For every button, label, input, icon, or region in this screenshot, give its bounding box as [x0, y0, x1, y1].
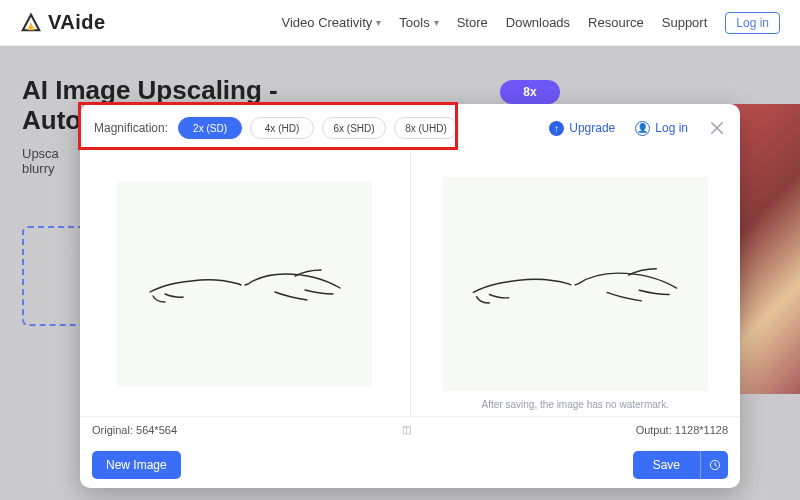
close-button[interactable] [708, 119, 726, 137]
compare-toggle-icon[interactable]: ◫ [177, 424, 636, 435]
mag-option-4x[interactable]: 4x (HD) [250, 117, 314, 139]
nav-downloads[interactable]: Downloads [506, 15, 570, 30]
save-button-group: Save [633, 451, 728, 479]
save-options-button[interactable] [700, 451, 728, 479]
magnification-options: 2x (SD) 4x (HD) 6x (SHD) 8x (UHD) [178, 117, 458, 139]
modal-toolbar: Magnification: 2x (SD) 4x (HD) 6x (SHD) … [80, 104, 740, 152]
compare-panel: After saving, the image has no watermark… [80, 152, 740, 416]
modal-login-link[interactable]: 👤 Log in [635, 121, 688, 136]
nav-resource[interactable]: Resource [588, 15, 644, 30]
logo-icon [20, 12, 42, 34]
original-image [117, 182, 372, 386]
output-image [443, 177, 708, 391]
brand-text: VAide [48, 11, 106, 34]
mag-option-6x[interactable]: 6x (SHD) [322, 117, 386, 139]
nav-store[interactable]: Store [457, 15, 488, 30]
upscale-modal: Magnification: 2x (SD) 4x (HD) 6x (SHD) … [80, 104, 740, 488]
modal-bottom-bar: New Image Save [80, 442, 740, 488]
watermark-note: After saving, the image has no watermark… [482, 399, 669, 410]
nav-video-creativity[interactable]: Video Creativity▾ [282, 15, 382, 30]
chevron-down-icon: ▾ [434, 17, 439, 28]
nav-support[interactable]: Support [662, 15, 708, 30]
chevron-down-icon: ▾ [376, 17, 381, 28]
nav-login-button[interactable]: Log in [725, 12, 780, 34]
output-side: After saving, the image has no watermark… [411, 152, 741, 416]
magnification-label: Magnification: [94, 121, 168, 135]
original-side [80, 152, 410, 416]
meta-row: Original: 564*564 ◫ Output: 1128*1128 [80, 416, 740, 442]
output-dimensions: Output: 1128*1128 [636, 424, 728, 436]
badge-8x: 8x [500, 80, 560, 104]
user-icon: 👤 [635, 121, 650, 136]
upgrade-link[interactable]: ↑ Upgrade [549, 121, 615, 136]
mag-option-8x[interactable]: 8x (UHD) [394, 117, 458, 139]
logo[interactable]: VAide [20, 11, 106, 34]
hands-sketch-icon [468, 241, 682, 327]
new-image-button[interactable]: New Image [92, 451, 181, 479]
mag-option-2x[interactable]: 2x (SD) [178, 117, 242, 139]
save-button[interactable]: Save [633, 451, 700, 479]
hands-sketch-icon [145, 244, 345, 324]
nav-tools[interactable]: Tools▾ [399, 15, 438, 30]
upgrade-icon: ↑ [549, 121, 564, 136]
top-nav: VAide Video Creativity▾ Tools▾ Store Dow… [0, 0, 800, 46]
original-dimensions: Original: 564*564 [92, 424, 177, 436]
